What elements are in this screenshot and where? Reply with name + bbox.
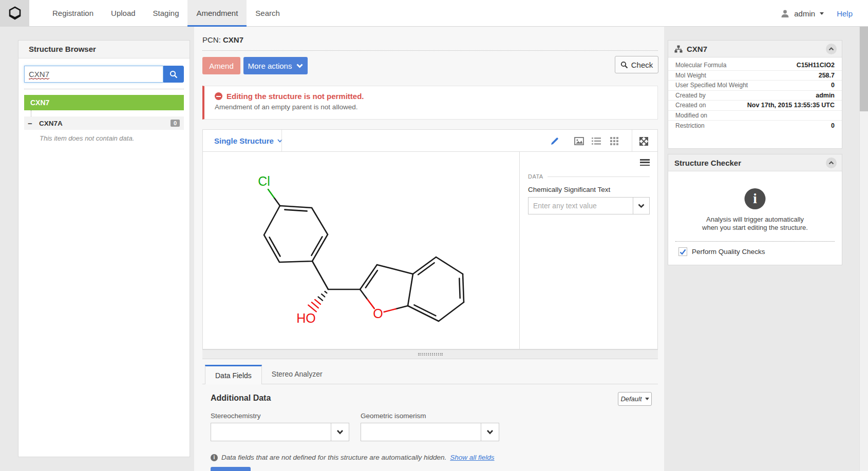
- viewer-resize-handle[interactable]: [202, 349, 658, 359]
- pencil-icon: [550, 136, 559, 146]
- search-input[interactable]: CXN7: [24, 66, 163, 83]
- collapse-panel-button[interactable]: [826, 158, 837, 168]
- show-all-fields-link[interactable]: Show all fields: [450, 454, 494, 461]
- divider: [202, 50, 658, 51]
- checker-message: Analysis will trigger automatically when…: [668, 215, 842, 232]
- grid-icon: [610, 137, 618, 145]
- checker-panel-title: Structure Checker: [674, 159, 822, 167]
- forbidden-icon: [215, 92, 222, 100]
- user-caret-icon: [820, 12, 824, 15]
- chevron-down-icon: [638, 204, 645, 208]
- chevron-up-icon: [828, 161, 834, 165]
- collapse-panel-button[interactable]: [826, 44, 837, 54]
- hidden-fields-note: i Data fields that are not defined for t…: [211, 454, 495, 461]
- edit-structure-button[interactable]: [550, 136, 560, 146]
- data-section-caption: DATA: [528, 173, 650, 180]
- geometric-isomerism-select[interactable]: [361, 423, 499, 441]
- nav-search[interactable]: Search: [247, 0, 289, 27]
- hexagon-box-logo-icon: [7, 6, 23, 21]
- search-icon: [169, 70, 178, 78]
- more-actions-button[interactable]: More actions: [243, 57, 308, 74]
- info-icon: i: [745, 188, 766, 209]
- help-link[interactable]: Help: [837, 9, 853, 18]
- structure-browser-panel: Structure Browser CXN7 CXN7 − CXN7A 0 Th…: [18, 40, 190, 457]
- nav-amendment[interactable]: Amendment: [187, 0, 247, 27]
- divider: [24, 89, 184, 89]
- primary-action-button-partial[interactable]: [211, 467, 251, 471]
- detail-row: User Specified Mol Weight0: [668, 81, 842, 91]
- select-dropdown-button[interactable]: [481, 423, 499, 441]
- divider: [675, 241, 835, 242]
- alert-message: Amendment of an empty parent is not allo…: [215, 103, 649, 111]
- bottom-tabs: Data Fields Stereo Analyzer: [202, 365, 658, 384]
- tree-connector: [31, 110, 31, 116]
- count-badge: 0: [171, 120, 180, 127]
- panel-menu-icon[interactable]: [640, 159, 650, 166]
- tree-item-child[interactable]: − CXN7A 0: [24, 116, 184, 130]
- divider: [632, 130, 632, 151]
- expand-icon: [639, 137, 648, 146]
- divider: [281, 130, 282, 151]
- detail-row: Modified on: [668, 111, 842, 121]
- nav-upload[interactable]: Upload: [102, 0, 144, 27]
- check-button[interactable]: Check: [615, 56, 658, 73]
- atom-label-ho: HO: [296, 311, 316, 325]
- grid-view-button[interactable]: [609, 136, 619, 146]
- perform-quality-checks-checkbox[interactable]: [678, 247, 687, 256]
- alert-title: Editing the structure is not permitted.: [227, 92, 364, 101]
- structure-browser-title: Structure Browser: [18, 41, 190, 58]
- atom-label-o: O: [373, 306, 383, 321]
- magnifier-icon: [620, 61, 628, 69]
- preset-default-dropdown[interactable]: Default: [618, 392, 652, 406]
- tab-stereo-analyzer[interactable]: Stereo Analyzer: [262, 365, 332, 384]
- user-menu[interactable]: admin: [794, 9, 815, 18]
- caret-down-icon: [645, 398, 649, 400]
- nav-staging[interactable]: Staging: [144, 0, 188, 27]
- chevron-down-icon: [296, 64, 303, 68]
- detail-row: Created onNov 17th, 2015 13:55:35 UTC: [668, 101, 842, 111]
- top-navigation-bar: Registration Upload Staging Amendment Se…: [0, 0, 868, 27]
- vertical-scrollbar[interactable]: [859, 0, 868, 471]
- checkbox-label: Perform Quality Checks: [692, 248, 765, 256]
- viewer-toolbar: Single Structure: [203, 130, 657, 152]
- pcn-header: PCN: CXN7: [202, 35, 243, 44]
- collapse-minus-icon[interactable]: −: [28, 119, 39, 128]
- pcn-value: CXN7: [223, 35, 243, 44]
- tree-item-parent[interactable]: CXN7: [24, 95, 184, 110]
- app-logo[interactable]: [0, 0, 29, 27]
- additional-data-title: Additional Data: [211, 394, 271, 403]
- structure-mode-dropdown[interactable]: Single Structure: [214, 130, 282, 152]
- search-button[interactable]: [163, 66, 184, 83]
- chevron-down-icon: [486, 429, 494, 435]
- tree-item-child-label: CXN7A: [39, 120, 171, 127]
- chevron-down-icon: [336, 429, 344, 435]
- list-view-button[interactable]: [591, 136, 601, 146]
- info-icon: i: [211, 454, 218, 461]
- cst-field-label: Chemically Significant Text: [528, 186, 610, 193]
- hierarchy-icon: [674, 45, 683, 53]
- image-view-button[interactable]: [574, 136, 584, 146]
- detail-row: Restriction0: [668, 121, 842, 131]
- compound-details-panel: CXN7 Molecular FormulaC15H11ClO2 Mol Wei…: [668, 40, 842, 149]
- select-dropdown-button[interactable]: [331, 423, 349, 441]
- details-panel-title: CXN7: [687, 45, 822, 53]
- cst-dropdown-button[interactable]: [633, 197, 650, 214]
- checkmark-icon: [680, 249, 686, 255]
- tab-data-fields[interactable]: Data Fields: [205, 365, 262, 384]
- image-icon: [574, 137, 584, 145]
- fullscreen-button[interactable]: [638, 136, 649, 146]
- amend-button[interactable]: Amend: [202, 57, 240, 74]
- geometric-isomerism-label: Geometric isomerism: [361, 412, 426, 420]
- empty-data-note: This item does not contain data.: [40, 134, 190, 142]
- stereochemistry-label: Stereochemistry: [211, 412, 261, 420]
- structure-data-panel: DATA Chemically Significant Text: [519, 152, 658, 349]
- structure-canvas[interactable]: Cl HO O DATA Chemically Significant Text: [203, 152, 657, 349]
- stereochemistry-select[interactable]: [211, 423, 349, 441]
- molecule-drawing: Cl HO O: [203, 152, 519, 349]
- nav-registration[interactable]: Registration: [44, 0, 102, 27]
- chevron-up-icon: [828, 47, 834, 51]
- atom-label-cl: Cl: [258, 174, 270, 188]
- cst-text-input[interactable]: [528, 197, 633, 214]
- structure-checker-panel: Structure Checker i Analysis will trigge…: [668, 154, 842, 265]
- user-icon: [781, 9, 789, 18]
